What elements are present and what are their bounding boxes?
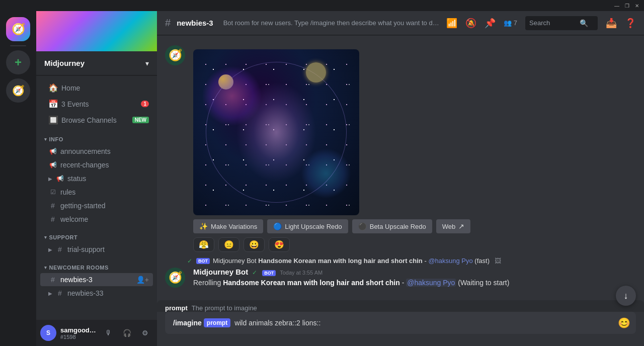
- server-banner-image: [36, 11, 157, 51]
- reaction-heart-eyes[interactable]: 😍: [269, 237, 290, 252]
- message-author-2: Midjourney Bot: [193, 268, 248, 276]
- prompt-label: prompt: [165, 304, 188, 312]
- mention-text: Midjourney Bot Handsome Korean man with …: [213, 257, 490, 265]
- separator-text: -: [402, 279, 407, 287]
- help-icon[interactable]: ❓: [625, 18, 636, 29]
- channel-rules[interactable]: ☑ rules: [40, 186, 153, 199]
- make-variations-button[interactable]: ✨ Make Variations: [193, 219, 263, 233]
- app-body: 🧭 + 🧭 Midjourney ▾ 🏠 Hom: [0, 11, 644, 346]
- guild-icon-midjourney[interactable]: 🧭: [6, 17, 30, 41]
- chevron-down-icon: ▾: [145, 59, 149, 67]
- prompt-description: The prompt to imagine: [192, 304, 257, 312]
- events-icon: 📅: [48, 99, 58, 109]
- verified-check: ✓: [187, 257, 192, 265]
- section-header-newcomer[interactable]: ▾ NEWCOMER ROOMS: [36, 256, 157, 273]
- beta-upscale-redo-label: Beta Upscale Redo: [370, 223, 426, 230]
- text-channel-icon-trial: #: [55, 245, 64, 253]
- section-header-info[interactable]: ▾ INFO: [36, 128, 157, 144]
- channel-trial-support[interactable]: ▶ # trial-support: [40, 243, 153, 256]
- message-time-2: Today at 3:55 AM: [280, 270, 323, 276]
- channel-status[interactable]: ▶ 📢 status: [40, 172, 153, 185]
- inbox-icon[interactable]: 📥: [606, 18, 617, 29]
- chat-input-field[interactable]: [234, 319, 614, 327]
- channel-header-name: newbies-3: [177, 19, 213, 27]
- server-sidebar: Midjourney ▾ 🏠 Home 📅 3 Events 1 🔲: [36, 11, 157, 346]
- mute-button[interactable]: 🎙: [101, 325, 117, 341]
- channel-getting-started-label: getting-started: [60, 202, 106, 210]
- angry-emoji: 😤: [199, 240, 209, 249]
- username: samgoodw...: [60, 326, 97, 334]
- avatar: S: [40, 325, 56, 341]
- members-icon: 👥: [504, 19, 512, 27]
- mention-haksung: @haksung Pyo: [406, 279, 456, 287]
- channel-trial-support-label: trial-support: [67, 245, 105, 253]
- message-content-1: ✨ Make Variations 🔵 Light Upscale Redo ⚫…: [193, 45, 636, 252]
- header-actions: 📶 🔕 📌 👥 7 🔍 📥 ❓: [446, 16, 636, 30]
- sidebar-item-home[interactable]: 🏠 Home: [40, 80, 153, 96]
- bot-badge-mention: BOT: [196, 258, 210, 264]
- channel-recent-changes[interactable]: 📢 recent-changes: [40, 158, 153, 171]
- reaction-angry[interactable]: 😤: [193, 237, 214, 252]
- add-member-icon[interactable]: 👤+: [136, 276, 149, 284]
- user-panel: S samgoodw... #1598 🎙 🎧 ⚙: [36, 320, 157, 346]
- deafen-button[interactable]: 🎧: [119, 325, 135, 341]
- search-input[interactable]: [529, 19, 580, 27]
- reaction-grin[interactable]: 😀: [244, 237, 265, 252]
- titlebar: — ❐ ✕: [0, 0, 644, 11]
- channel-newbies-33[interactable]: ▶ # newbies-33: [40, 287, 153, 300]
- beta-upscale-redo-button[interactable]: ⚫ Beta Upscale Redo: [352, 219, 432, 233]
- server-header[interactable]: Midjourney ▾: [36, 51, 157, 75]
- channel-newbies-3[interactable]: # newbies-3 👤+: [40, 273, 153, 286]
- announcement-icon-3: 📢: [55, 175, 64, 182]
- slash-prompt-label: prompt: [204, 318, 230, 327]
- channel-newbies-33-label: newbies-33: [67, 289, 104, 297]
- announcement-icon: 📢: [48, 148, 57, 155]
- browse-channels-new-badge: NEW: [132, 117, 149, 123]
- search-box[interactable]: 🔍: [525, 16, 598, 30]
- text-channel-icon-getting: #: [48, 202, 57, 210]
- expand-icon-newbies33: ▶: [48, 291, 52, 296]
- image-icon: 🖼: [495, 257, 501, 265]
- slash-command-label: /imagine: [173, 319, 202, 327]
- section-header-support[interactable]: ▾ SUPPORT: [36, 226, 157, 242]
- section-chevron-newcomer: ▾: [44, 265, 47, 270]
- close-button[interactable]: ✕: [634, 3, 640, 9]
- channel-welcome-label: welcome: [60, 215, 88, 223]
- home-icon: 🏠: [48, 83, 58, 93]
- message-group-1: 🧭: [157, 43, 644, 254]
- settings-button[interactable]: ⚙: [137, 325, 153, 341]
- message-attachment: [193, 49, 636, 215]
- guild-divider: [10, 45, 26, 46]
- bell-icon[interactable]: 🔕: [465, 18, 476, 29]
- explore-button[interactable]: 🧭: [6, 78, 30, 103]
- sidebar-item-events[interactable]: 📅 3 Events 1: [40, 96, 153, 112]
- sparkles-icon: ✨: [199, 222, 208, 230]
- minimize-button[interactable]: —: [614, 3, 620, 9]
- channel-announcements[interactable]: 📢 announcements: [40, 145, 153, 158]
- reaction-expressionless[interactable]: 😑: [218, 237, 239, 252]
- chat-input-area: /imagine prompt 😊: [157, 312, 644, 346]
- mention-row: ✓ BOT Midjourney Bot Handsome Korean man…: [157, 256, 644, 266]
- web-button[interactable]: Web ↗: [436, 219, 471, 233]
- channel-welcome[interactable]: # welcome: [40, 213, 153, 226]
- bot-badge-2: BOT: [262, 270, 276, 276]
- member-count[interactable]: 👥 7: [504, 19, 517, 27]
- announcement-icon-2: 📢: [48, 161, 57, 168]
- light-upscale-redo-button[interactable]: 🔵 Light Upscale Redo: [267, 219, 348, 233]
- scroll-to-bottom-button[interactable]: ↓: [616, 286, 636, 306]
- rerolling-text: Rerolling: [193, 279, 223, 287]
- pin-icon[interactable]: 📌: [485, 18, 496, 29]
- text-channel-icon-newbies3: #: [48, 276, 57, 284]
- sidebar-item-browse-channels[interactable]: 🔲 Browse Channels NEW: [40, 112, 153, 128]
- guild-bar: 🧭 + 🧭: [0, 11, 36, 346]
- user-controls: 🎙 🎧 ⚙: [101, 325, 153, 341]
- signal-icon[interactable]: 📶: [446, 18, 457, 29]
- sidebar-item-home-label: Home: [61, 84, 80, 92]
- ai-generated-image[interactable]: [193, 49, 359, 215]
- add-server-button[interactable]: +: [6, 50, 30, 74]
- chat-input-box[interactable]: /imagine prompt 😊: [165, 312, 636, 334]
- light-upscale-redo-label: Light Upscale Redo: [285, 223, 342, 230]
- channel-getting-started[interactable]: # getting-started: [40, 199, 153, 212]
- restore-button[interactable]: ❐: [624, 3, 630, 9]
- emoji-picker-button[interactable]: 😊: [614, 313, 634, 333]
